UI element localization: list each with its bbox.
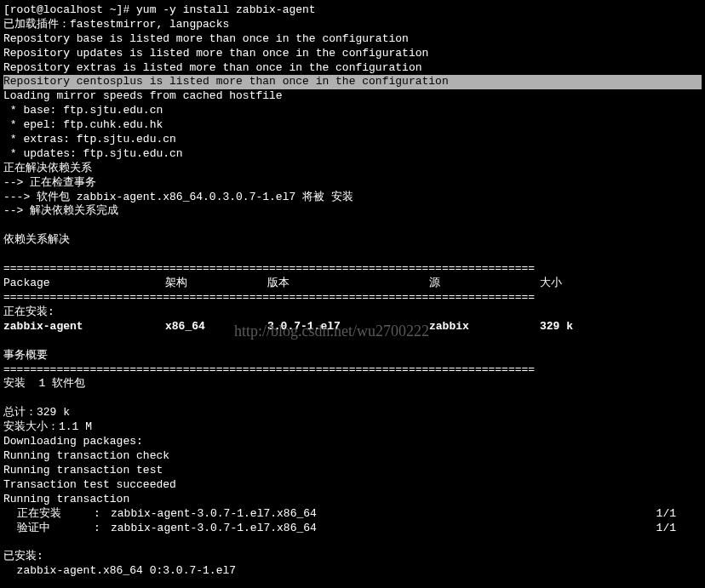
colon: :: [94, 507, 111, 522]
rule-summary: ========================================…: [3, 363, 702, 378]
transaction-verify-row: 验证中 : zabbix-agent-3.0.7-1.el7.x86_64 1/…: [3, 522, 702, 536]
loading-mirror: Loading mirror speeds from cached hostfi…: [3, 89, 702, 104]
col-header-arch: 架构: [165, 277, 267, 291]
dep-done: --> 解决依赖关系完成: [3, 204, 702, 219]
table-row: zabbix-agent x86_64 3.0.7-1.el7 zabbix 3…: [3, 320, 702, 334]
blank-line: [3, 391, 702, 406]
downloading-packages: Downloading packages:: [3, 435, 702, 449]
mirror-extras: * extras: ftp.sjtu.edu.cn: [3, 133, 702, 147]
total-size: 总计：329 k: [3, 406, 702, 420]
blank-line: [3, 219, 702, 233]
running-test: Running transaction test: [3, 464, 702, 478]
colon: :: [94, 522, 111, 536]
table-header: Package 架构 版本 源 大小: [3, 277, 702, 291]
blank-line: [3, 579, 702, 588]
plugins-loaded: 已加载插件：fastestmirror, langpacks: [3, 18, 702, 32]
pkg-repo: zabbix: [429, 320, 540, 334]
dep-package: ---> 软件包 zabbix-agent.x86_64.0.3.0.7-1.e…: [3, 191, 702, 205]
shell-prompt: [root@localhost ~]#: [3, 3, 136, 16]
blank-line: [3, 334, 702, 349]
pkg-version: 3.0.7-1.el7: [267, 320, 429, 334]
col-header-package: Package: [3, 277, 165, 291]
repo-warning-updates: Repository updates is listed more than o…: [3, 47, 702, 61]
installing-header: 正在安装:: [3, 305, 702, 320]
transaction-summary: 事务概要: [3, 349, 702, 363]
action-verifying: 验证中: [3, 522, 94, 536]
col-header-repo: 源: [429, 277, 540, 291]
install-count: 安装 1 软件包: [3, 377, 702, 391]
transaction-package: zabbix-agent-3.0.7-1.el7.x86_64: [111, 507, 642, 522]
col-header-version: 版本: [267, 277, 429, 291]
pkg-name: zabbix-agent: [3, 320, 165, 334]
deps-resolved-header: 依赖关系解决: [3, 233, 702, 248]
pkg-size: 329 k: [540, 320, 591, 334]
running-transaction: Running transaction: [3, 493, 702, 507]
transaction-package: zabbix-agent-3.0.7-1.el7.x86_64: [111, 522, 642, 536]
action-installing: 正在安装: [3, 507, 94, 522]
transaction-count: 1/1: [642, 522, 702, 536]
rule-mid: ========================================…: [3, 291, 702, 305]
transaction-count: 1/1: [642, 507, 702, 522]
dep-resolving: 正在解决依赖关系: [3, 162, 702, 176]
installed-size: 安装大小：1.1 M: [3, 420, 702, 435]
mirror-base: * base: ftp.sjtu.edu.cn: [3, 104, 702, 118]
col-header-size: 大小: [540, 277, 591, 291]
running-check: Running transaction check: [3, 449, 702, 464]
rule-top: ========================================…: [3, 262, 702, 277]
installed-header: 已安装:: [3, 550, 702, 564]
mirror-updates: * updates: ftp.sjtu.edu.cn: [3, 147, 702, 162]
prompt-line: [root@localhost ~]# yum -y install zabbi…: [3, 3, 702, 18]
blank-line: [3, 535, 702, 550]
pkg-arch: x86_64: [165, 320, 267, 334]
dep-checking: --> 正在检查事务: [3, 176, 702, 191]
installed-package: zabbix-agent.x86_64 0:3.0.7-1.el7: [3, 564, 702, 579]
command-text: yum -y install zabbix-agent: [136, 3, 316, 16]
transaction-install-row: 正在安装 : zabbix-agent-3.0.7-1.el7.x86_64 1…: [3, 507, 702, 522]
mirror-epel: * epel: ftp.cuhk.edu.hk: [3, 118, 702, 133]
repo-warning-base: Repository base is listed more than once…: [3, 32, 702, 47]
blank-line: [3, 248, 702, 262]
repo-warning-extras: Repository extras is listed more than on…: [3, 61, 702, 76]
repo-warning-centosplus: Repository centosplus is listed more tha…: [3, 75, 702, 89]
test-succeeded: Transaction test succeeded: [3, 478, 702, 493]
